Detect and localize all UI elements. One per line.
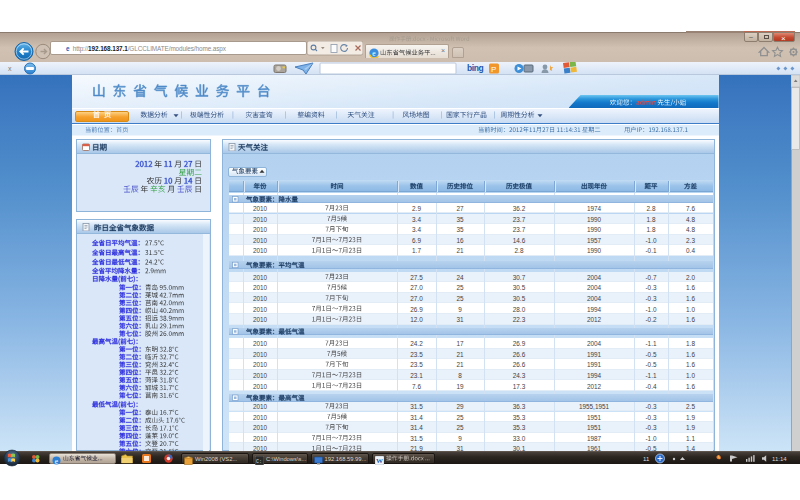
svg-text:W: W — [376, 457, 383, 465]
svg-text:11: 11 — [643, 456, 650, 462]
svg-text:11:14: 11:14 — [772, 456, 787, 462]
svg-text:x: x — [8, 65, 12, 72]
svg-text:C:: C: — [256, 458, 262, 464]
svg-text:bing: bing — [467, 63, 484, 73]
svg-text:P: P — [491, 65, 496, 74]
